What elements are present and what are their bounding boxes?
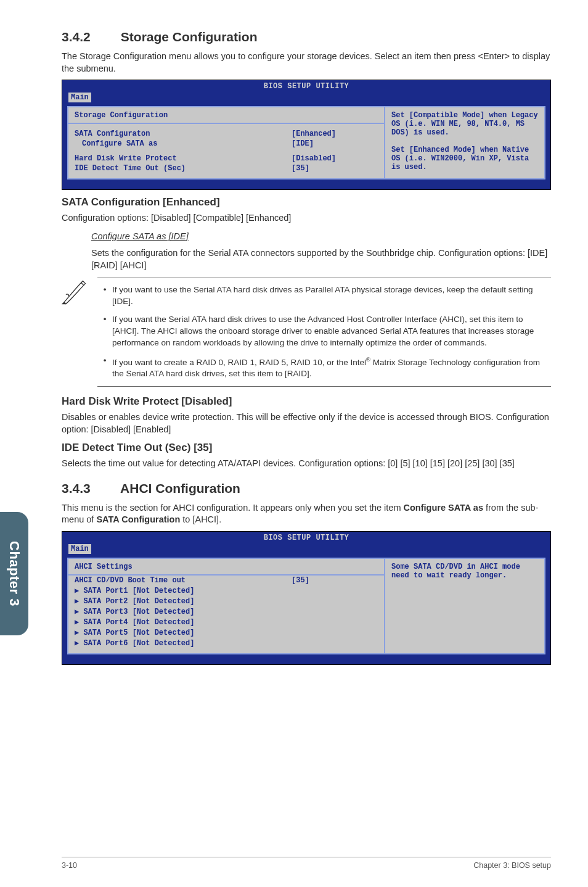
pencil-icon <box>62 278 89 307</box>
bios-setting-value: [IDE] <box>292 139 378 148</box>
section-heading-343: 3.4.3 AHCI Configuration <box>62 481 551 496</box>
bios-submenu-row[interactable]: SATA Port2 [Not Detected] <box>68 596 384 606</box>
bios-setting-value <box>292 638 378 648</box>
bios-submenu-row[interactable]: SATA Port1 [Not Detected] <box>68 585 384 596</box>
section-title: Storage Configuration <box>121 30 258 44</box>
bios-setting-value: [35] <box>292 164 378 173</box>
bios-setting-key: SATA Port5 [Not Detected] <box>75 628 292 637</box>
bios-title: BIOS SETUP UTILITY <box>62 80 550 91</box>
bios-setting-value <box>292 628 378 637</box>
heading-hdwp: Hard Disk Write Protect [Disabled] <box>62 395 551 408</box>
heading-ide-timeout: IDE Detect Time Out (Sec) [35] <box>62 442 551 454</box>
bios-tab-main[interactable]: Main <box>68 93 91 102</box>
section-intro-342: The Storage Configuration menu allows yo… <box>62 51 551 75</box>
bios-setting-key: Configure SATA as <box>82 139 292 148</box>
chapter-side-tab-text: Chapter 3 <box>6 541 22 606</box>
bios-group-title: Storage Configuration <box>68 111 384 124</box>
subhead-configure-sata-as: Configure SATA as [IDE] <box>91 231 551 243</box>
bios-help-panel-2: Some SATA CD/DVD in AHCI mode need to wa… <box>385 558 545 654</box>
bios-submenu-row[interactable]: SATA Port3 [Not Detected] <box>68 606 384 617</box>
section-number: 3.4.2 <box>62 30 117 44</box>
section-number-343: 3.4.3 <box>62 481 117 496</box>
bios-setting-value: [35] <box>292 576 378 585</box>
note-item-1: If you want to use the Serial ATA hard d… <box>112 284 551 308</box>
bios-dash-divider: — — — — — — — — — — — — — — — — — — — — … <box>62 179 550 186</box>
section-intro-343: This menu is the section for AHCI config… <box>62 502 551 526</box>
bios-submenu-row[interactable]: SATA Port5 [Not Detected] <box>68 627 384 638</box>
bios-left-panel: Storage Configuration SATA Configuraton[… <box>67 106 385 179</box>
bios-setting-key: SATA Port2 [Not Detected] <box>75 596 292 606</box>
bios-setting-value <box>292 607 378 616</box>
text-configure-sata-as-body: Sets the configuration for the Serial AT… <box>91 247 551 271</box>
bios-setting-key: SATA Port3 [Not Detected] <box>75 607 292 616</box>
bios-title-2: BIOS SETUP UTILITY <box>62 532 550 543</box>
bios-setting-row[interactable]: Configure SATA as[IDE] <box>68 139 384 149</box>
bios-panel-storage: BIOS SETUP UTILITY Main Storage Configur… <box>62 80 551 190</box>
note-item-3: If you want to create a RAID 0, RAID 1, … <box>112 355 551 380</box>
bios-dash-divider-2: — — — — — — — — — — — — — — — — — — — — … <box>62 654 550 661</box>
bios-help-panel: Set [Compatible Mode] when Legacy OS (i.… <box>385 106 545 179</box>
note-content: •If you want to use the Serial ATA hard … <box>97 278 551 387</box>
bios-setting-value: [Disabled] <box>292 154 378 163</box>
bios-setting-value: [Enhanced] <box>292 130 378 138</box>
chapter-side-tab: Chapter 3 <box>0 512 28 635</box>
bios-setting-key: SATA Configuraton <box>75 130 292 138</box>
bios-setting-row[interactable]: AHCI CD/DVD Boot Time out[35] <box>68 576 384 585</box>
text-hdwp: Disables or enables device write protect… <box>62 411 551 435</box>
bios-setting-value <box>292 596 378 606</box>
section-heading-342: 3.4.2 Storage Configuration <box>62 30 551 44</box>
bios-setting-key: SATA Port1 [Not Detected] <box>75 586 292 595</box>
bios-setting-row[interactable]: IDE Detect Time Out (Sec)[35] <box>68 163 384 173</box>
bios-setting-key: SATA Port6 [Not Detected] <box>75 638 292 648</box>
bios-setting-key: IDE Detect Time Out (Sec) <box>75 164 292 173</box>
bios-panel-ahci: BIOS SETUP UTILITY Main AHCI Settings AH… <box>62 531 551 665</box>
page-number: 3-10 <box>62 861 77 870</box>
bios-left-panel-2: AHCI Settings AHCI CD/DVD Boot Time out[… <box>67 558 385 654</box>
bios-tab-bar: Main <box>62 91 550 106</box>
text-ide-timeout: Selects the time out value for detecting… <box>62 458 551 470</box>
bios-setting-row[interactable]: Hard Disk Write Protect[Disabled] <box>68 154 384 163</box>
bios-group-title-2: AHCI Settings <box>68 563 384 576</box>
bios-setting-key: AHCI CD/DVD Boot Time out <box>75 576 292 585</box>
section-title-343: AHCI Configuration <box>120 481 240 495</box>
bios-tab-main-2[interactable]: Main <box>68 544 91 554</box>
bios-tab-bar-2: Main <box>62 543 550 558</box>
bios-submenu-row[interactable]: SATA Port6 [Not Detected] <box>68 638 384 648</box>
note-item-2: If you want the Serial ATA hard disk dri… <box>112 314 551 349</box>
heading-sata-configuration: SATA Configuration [Enhanced] <box>62 196 551 208</box>
bios-setting-key: Hard Disk Write Protect <box>75 154 292 163</box>
bios-setting-value <box>292 586 378 595</box>
note-block: •If you want to use the Serial ATA hard … <box>62 278 551 387</box>
bios-setting-row[interactable]: SATA Configuraton[Enhanced] <box>68 129 384 139</box>
bios-setting-key: SATA Port4 [Not Detected] <box>75 617 292 627</box>
footer-chapter-label: Chapter 3: BIOS setup <box>473 861 551 870</box>
bios-setting-value <box>292 617 378 627</box>
page-footer: 3-10 Chapter 3: BIOS setup <box>62 857 551 870</box>
text-sata-conf-options: Configuration options: [Disabled] [Compa… <box>62 212 551 225</box>
bios-submenu-row[interactable]: SATA Port4 [Not Detected] <box>68 617 384 627</box>
